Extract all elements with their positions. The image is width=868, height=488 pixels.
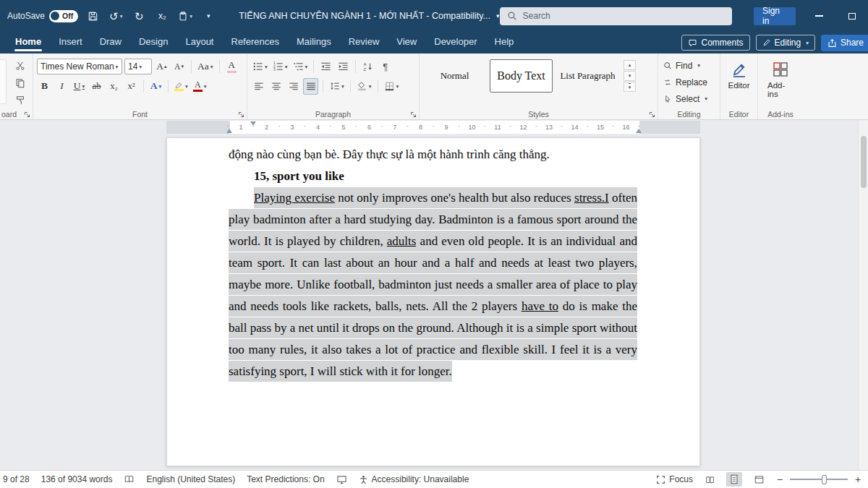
proofing-status[interactable] bbox=[124, 474, 135, 484]
align-left-button[interactable] bbox=[251, 78, 266, 95]
format-painter-button[interactable] bbox=[12, 93, 28, 107]
subscript-quick-button[interactable]: x₂ bbox=[153, 7, 171, 25]
bullets-button[interactable] bbox=[251, 59, 269, 75]
zoom-slider-thumb[interactable] bbox=[822, 475, 827, 484]
tab-mailings[interactable]: Mailings bbox=[292, 33, 336, 53]
maximize-button[interactable] bbox=[848, 12, 856, 20]
document-title[interactable]: TIẾNG ANH CHUYÊN NGÀNH 1 - MỚI NHẤT - Co… bbox=[239, 11, 499, 21]
align-right-button[interactable] bbox=[286, 78, 301, 95]
font-dialog-launcher[interactable] bbox=[238, 111, 244, 118]
comments-button[interactable]: Comments bbox=[681, 35, 749, 51]
zoom-out-button[interactable]: − bbox=[775, 474, 784, 485]
shading-button[interactable] bbox=[355, 78, 373, 95]
language-indicator[interactable]: English (United States) bbox=[146, 474, 235, 484]
first-line-indent-marker[interactable] bbox=[250, 121, 256, 126]
tab-view[interactable]: View bbox=[391, 33, 422, 53]
font-color-button[interactable]: A bbox=[192, 78, 208, 95]
autosave-toggle[interactable]: Off bbox=[49, 10, 78, 22]
decrease-indent-button[interactable] bbox=[318, 59, 333, 75]
minimize-button[interactable] bbox=[814, 12, 823, 20]
find-button[interactable]: Find bbox=[662, 57, 716, 74]
bold-button[interactable]: B bbox=[37, 78, 52, 95]
print-layout-button[interactable] bbox=[726, 472, 742, 487]
cut-button[interactable] bbox=[12, 59, 28, 72]
grow-font-button[interactable]: A▴ bbox=[154, 59, 169, 75]
save-button[interactable] bbox=[84, 7, 101, 25]
undo-button[interactable]: ↺ bbox=[107, 7, 124, 25]
tab-references[interactable]: References bbox=[226, 33, 284, 53]
paragraph-dialog-launcher[interactable] bbox=[410, 111, 417, 118]
subscript-button[interactable]: x₂ bbox=[106, 78, 122, 95]
customize-quick-access-button[interactable]: ▾ bbox=[200, 7, 217, 25]
sign-in-button[interactable]: Sign in bbox=[754, 7, 796, 25]
line-spacing-button[interactable] bbox=[328, 78, 346, 95]
accessibility-checker[interactable]: Accessibility: Unavailable bbox=[359, 474, 469, 484]
read-mode-button[interactable] bbox=[702, 472, 718, 487]
pencil-icon bbox=[762, 38, 771, 47]
justify-button[interactable] bbox=[303, 78, 318, 95]
increase-indent-button[interactable] bbox=[336, 59, 351, 75]
tab-draw[interactable]: Draw bbox=[95, 33, 127, 53]
sort-button[interactable]: AZ bbox=[360, 59, 375, 75]
display-status-icon-button[interactable] bbox=[336, 475, 347, 484]
focus-mode-button[interactable]: Focus bbox=[656, 474, 693, 484]
share-button[interactable]: Share bbox=[821, 35, 868, 51]
tab-help[interactable]: Help bbox=[490, 33, 519, 53]
editing-mode-button[interactable]: Editing bbox=[756, 35, 815, 51]
search-box[interactable]: Search bbox=[500, 7, 732, 25]
ruler[interactable]: 12345678910111213141516················· bbox=[166, 121, 700, 134]
numbering-button[interactable]: 123 bbox=[271, 59, 289, 75]
addins-button[interactable]: Add-ins bbox=[762, 57, 799, 98]
editor-button[interactable]: Editor bbox=[724, 57, 754, 90]
style-normal[interactable]: Normal bbox=[423, 59, 486, 93]
right-indent-marker[interactable] bbox=[636, 129, 642, 133]
vertical-scrollbar[interactable] bbox=[858, 120, 868, 470]
align-center-button[interactable] bbox=[268, 78, 284, 95]
tab-design[interactable]: Design bbox=[134, 33, 173, 53]
web-layout-button[interactable] bbox=[751, 472, 767, 487]
multilevel-list-button[interactable] bbox=[292, 59, 310, 75]
editor-button-label: Editor bbox=[728, 81, 749, 90]
borders-button[interactable] bbox=[383, 78, 401, 95]
left-indent-marker[interactable] bbox=[226, 129, 232, 133]
style-body-text[interactable]: Body Text bbox=[490, 59, 553, 93]
document-page[interactable]: động nào cùng bạn bè. Đây thực sự là một… bbox=[166, 137, 700, 466]
superscript-button[interactable]: x² bbox=[124, 78, 139, 95]
find-icon bbox=[663, 61, 672, 70]
tab-developer[interactable]: Developer bbox=[429, 33, 482, 53]
shrink-font-button[interactable]: A▾ bbox=[171, 59, 187, 75]
zoom-slider[interactable] bbox=[790, 479, 848, 480]
font-name-select[interactable]: Times New Roman bbox=[37, 59, 122, 74]
underline-button[interactable]: U bbox=[72, 78, 87, 95]
italic-button[interactable]: I bbox=[54, 78, 69, 95]
styles-dialog-launcher[interactable] bbox=[649, 111, 655, 118]
text-predictions-indicator[interactable]: Text Predictions: On bbox=[247, 474, 324, 484]
styles-scroll-up-button[interactable]: ▴ bbox=[624, 60, 636, 70]
paste-quick-button[interactable] bbox=[176, 7, 194, 25]
styles-gallery-more-button[interactable]: ▾ bbox=[624, 82, 636, 92]
ruler-tick: · bbox=[407, 122, 409, 130]
word-count-indicator[interactable]: 136 of 9034 words bbox=[41, 474, 113, 484]
strikethrough-button[interactable]: ab bbox=[89, 78, 104, 95]
tab-home[interactable]: Home bbox=[10, 33, 46, 53]
text-highlight-button[interactable] bbox=[173, 78, 190, 95]
tab-review[interactable]: Review bbox=[344, 33, 385, 53]
menubar: HomeInsertDrawDesignLayoutReferencesMail… bbox=[0, 32, 868, 53]
replace-button[interactable]: Replace bbox=[662, 74, 716, 90]
redo-button[interactable]: ↻ bbox=[130, 7, 148, 25]
tab-insert[interactable]: Insert bbox=[54, 33, 88, 53]
style-list-paragraph[interactable]: List Paragraph bbox=[556, 59, 619, 93]
tab-layout[interactable]: Layout bbox=[180, 33, 218, 53]
font-size-select[interactable]: 14 bbox=[124, 59, 152, 74]
page-number-indicator[interactable]: 9 of 28 bbox=[3, 474, 30, 484]
change-case-button[interactable]: Aa bbox=[196, 59, 215, 75]
styles-scroll-down-button[interactable]: ▾ bbox=[624, 71, 636, 81]
clipboard-dialog-launcher[interactable] bbox=[24, 111, 30, 118]
scrollbar-thumb[interactable] bbox=[861, 136, 867, 188]
copy-button[interactable] bbox=[12, 76, 28, 90]
zoom-in-button[interactable]: + bbox=[854, 474, 862, 485]
clear-formatting-button[interactable]: A bbox=[224, 59, 239, 75]
show-formatting-marks-button[interactable]: ¶ bbox=[378, 59, 393, 75]
text-effects-button[interactable]: A bbox=[148, 78, 163, 95]
select-button[interactable]: Select bbox=[662, 90, 716, 107]
